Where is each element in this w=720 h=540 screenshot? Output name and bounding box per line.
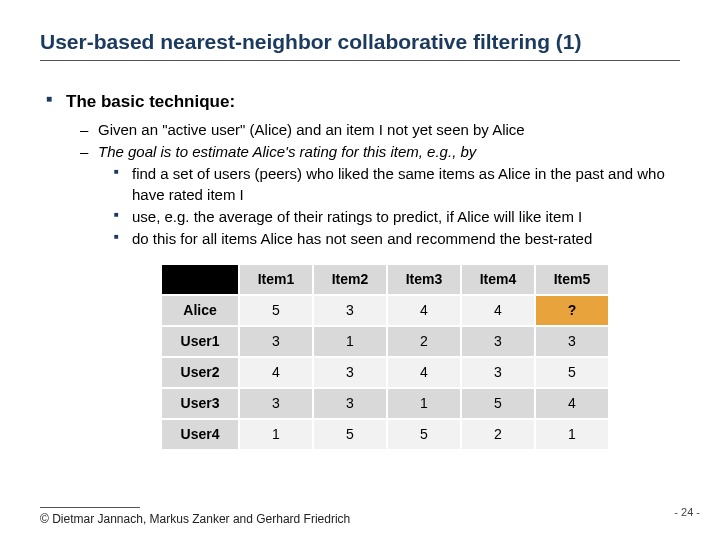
slide-title: User-based nearest-neighbor collaborativ… — [40, 30, 680, 54]
slide: User-based nearest-neighbor collaborativ… — [0, 0, 720, 540]
table-row: User3 3 3 1 5 4 — [161, 388, 609, 419]
subbullet-recommend: do this for all items Alice has not seen… — [40, 229, 680, 249]
cell: 5 — [239, 295, 313, 326]
bullet-given: Given an "active user" (Alice) and an it… — [40, 120, 680, 140]
cell: 4 — [239, 357, 313, 388]
cell: 3 — [239, 326, 313, 357]
col-item1: Item1 — [239, 264, 313, 295]
cell: 1 — [535, 419, 609, 450]
cell: 5 — [535, 357, 609, 388]
col-item3: Item3 — [387, 264, 461, 295]
row-alice: Alice — [161, 295, 239, 326]
cell: 3 — [313, 357, 387, 388]
cell: 2 — [461, 419, 535, 450]
col-item5: Item5 — [535, 264, 609, 295]
cell: 1 — [313, 326, 387, 357]
cell: 5 — [387, 419, 461, 450]
page-number: - 24 - — [674, 506, 700, 518]
cell: 3 — [313, 388, 387, 419]
cell: 5 — [461, 388, 535, 419]
row-user1: User1 — [161, 326, 239, 357]
cell: 1 — [239, 419, 313, 450]
cell: 4 — [461, 295, 535, 326]
subbullet-peers: find a set of users (peers) who liked th… — [40, 164, 680, 205]
title-rule — [40, 60, 680, 61]
row-user2: User2 — [161, 357, 239, 388]
ratings-table-wrap: Item1 Item2 Item3 Item4 Item5 Alice 5 3 … — [160, 263, 680, 450]
table-row: User2 4 3 4 3 5 — [161, 357, 609, 388]
footer-rule — [40, 507, 140, 508]
row-user4: User4 — [161, 419, 239, 450]
row-user3: User3 — [161, 388, 239, 419]
cell: 5 — [313, 419, 387, 450]
cell: 4 — [387, 295, 461, 326]
slide-body: The basic technique: Given an "active us… — [40, 91, 680, 451]
table-row: User4 1 5 5 2 1 — [161, 419, 609, 450]
cell: 2 — [387, 326, 461, 357]
cell: 4 — [387, 357, 461, 388]
cell: 4 — [535, 388, 609, 419]
table-corner — [161, 264, 239, 295]
col-item2: Item2 — [313, 264, 387, 295]
bullet-goal: The goal is to estimate Alice's rating f… — [40, 142, 680, 162]
heading-bullet: The basic technique: — [40, 91, 680, 114]
cell: 3 — [313, 295, 387, 326]
ratings-table: Item1 Item2 Item3 Item4 Item5 Alice 5 3 … — [160, 263, 610, 450]
subbullet-average: use, e.g. the average of their ratings t… — [40, 207, 680, 227]
cell: 3 — [461, 326, 535, 357]
cell-unknown: ? — [535, 295, 609, 326]
cell: 3 — [535, 326, 609, 357]
table-row: Alice 5 3 4 4 ? — [161, 295, 609, 326]
cell: 1 — [387, 388, 461, 419]
table-row: User1 3 1 2 3 3 — [161, 326, 609, 357]
col-item4: Item4 — [461, 264, 535, 295]
footer: © Dietmar Jannach, Markus Zanker and Ger… — [40, 507, 350, 526]
copyright: © Dietmar Jannach, Markus Zanker and Ger… — [40, 512, 350, 526]
table-header-row: Item1 Item2 Item3 Item4 Item5 — [161, 264, 609, 295]
cell: 3 — [461, 357, 535, 388]
cell: 3 — [239, 388, 313, 419]
